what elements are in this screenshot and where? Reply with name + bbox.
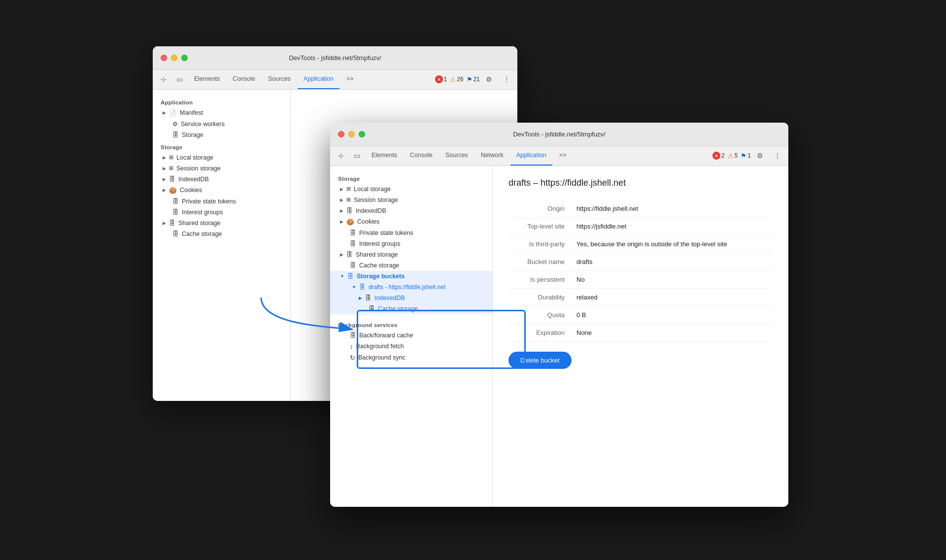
sidebar-item-cachestorage-front[interactable]: 🗄 Cache storage xyxy=(330,260,492,271)
sidebar-item-idb-front[interactable]: ▶ 🗄 IndexedDB xyxy=(330,205,492,216)
sb-label-front: Storage buckets xyxy=(357,273,405,280)
tab-console-back[interactable]: Console xyxy=(227,69,261,89)
sidebar-item-cachestorage-back[interactable]: 🗄 Cache storage xyxy=(153,229,290,239)
sidebar-item-cookies-front[interactable]: ▶ 🍪 Cookies xyxy=(330,216,492,228)
settings-icon-front[interactable]: ⚙ xyxy=(753,149,767,163)
storage-icon-back: 🗄 xyxy=(172,132,179,138)
sidebar-item-drafts-idb-front[interactable]: ▶ 🗄 IndexedDB xyxy=(330,293,492,303)
delete-bucket-button[interactable]: Delete bucket xyxy=(508,352,572,369)
front-section-storage: Storage xyxy=(330,172,492,184)
quota-label: Quota xyxy=(508,306,573,324)
shared-icon-back: 🗄 xyxy=(169,220,175,227)
sidebar-item-manifest-back[interactable]: ▶ 📄 Manifest xyxy=(153,107,290,119)
sidebar-item-ss-front[interactable]: ▶ ⊞ Session storage xyxy=(330,195,492,205)
sidebar-item-pst-front[interactable]: 🗄 Private state tokens xyxy=(330,228,492,238)
tab-elements-back[interactable]: Elements xyxy=(188,69,226,89)
tab-application-front[interactable]: Application xyxy=(510,146,552,165)
error-count-back: 1 xyxy=(444,76,447,83)
shared-icon-front: 🗄 xyxy=(346,251,353,258)
tab-sources-front[interactable]: Sources xyxy=(439,146,474,165)
sidebar-item-bgfetch-front[interactable]: ↕ Background fetch xyxy=(330,341,492,352)
scene: DevTools - jsfiddle.net/5tmpfuzv/ ⊹ ▭ El… xyxy=(153,46,793,514)
error-badge-front: ✕ xyxy=(712,152,720,160)
sidebar-item-sessionstorage-back[interactable]: ▶ ⊞ Session storage xyxy=(153,163,290,174)
back-window-title: DevTools - jsfiddle.net/5tmpfuzv/ xyxy=(289,54,381,62)
manifest-label-back: Manifest xyxy=(180,109,203,116)
sidebar-item-bfc-front[interactable]: 🗄 Back/forward cache xyxy=(330,330,492,341)
back-badges: ✕ 1 ⚠ 26 ⚑ 21 xyxy=(435,75,480,83)
sidebar-item-storagebuckets-front[interactable]: ▼ 🗄 Storage buckets xyxy=(330,271,492,282)
expiration-label: Expiration xyxy=(508,324,573,341)
sidebar-item-storage-back[interactable]: 🗄 Storage xyxy=(153,130,290,140)
front-toolbar-right: ⚙ ⋮ xyxy=(753,149,784,163)
table-row-bucketname: Bucket name drafts xyxy=(508,253,773,270)
sw-label-back: Service workers xyxy=(181,121,225,128)
sidebar-item-localstorage-back[interactable]: ▶ ⊞ Local storage xyxy=(153,152,290,163)
thirdparty-value: Yes, because the origin is outside of th… xyxy=(573,235,773,253)
sidebar-item-sharedstorage-front[interactable]: ▶ 🗄 Shared storage xyxy=(330,249,492,260)
chevron-ls-front: ▶ xyxy=(340,187,343,192)
back-tl-yellow[interactable] xyxy=(171,55,177,61)
tab-application-back[interactable]: Application xyxy=(298,69,339,89)
drafts-idb-label-front: IndexedDB xyxy=(374,295,405,301)
sidebar-item-bgsync-front[interactable]: ↻ Background sync xyxy=(330,352,492,363)
bgfetch-icon-front: ↕ xyxy=(350,343,353,350)
bgfetch-label-front: Background fetch xyxy=(356,343,404,350)
sidebar-item-serviceworkers-back[interactable]: ⚙ Service workers xyxy=(153,119,290,130)
device-icon[interactable]: ▭ xyxy=(172,72,186,86)
front-tl-green[interactable] xyxy=(359,131,365,137)
storage-label-back: Storage xyxy=(182,132,203,138)
warn-icon-back: ⚠ xyxy=(450,76,456,83)
back-toolbar: ⊹ ▭ Elements Console Sources Application… xyxy=(153,70,517,90)
front-window-title: DevTools - jsfiddle.net/5tmpfuzv/ xyxy=(513,131,605,138)
sidebar-item-pst-back[interactable]: 🗄 Private state tokens xyxy=(153,196,290,207)
bucketname-value: drafts xyxy=(573,253,773,270)
sidebar-item-drafts-front[interactable]: ▼ 🗄 drafts - https://fiddle.jshell.net xyxy=(330,282,492,293)
front-tl-red[interactable] xyxy=(338,131,344,137)
tab-console-front[interactable]: Console xyxy=(404,146,439,165)
sidebar-item-cookies-back[interactable]: ▶ 🍪 Cookies xyxy=(153,185,290,196)
sidebar-item-ls-front[interactable]: ▶ ⊞ Local storage xyxy=(330,184,492,195)
settings-icon-back[interactable]: ⚙ xyxy=(482,72,496,86)
ls-icon-back: ⊞ xyxy=(169,154,173,161)
back-toolbar-right: ⚙ ⋮ xyxy=(482,72,513,86)
sidebar-item-indexeddb-back[interactable]: ▶ 🗄 IndexedDB xyxy=(153,174,290,185)
persistent-label: Is persistent xyxy=(508,270,573,288)
inspect-icon-front[interactable]: ⊹ xyxy=(334,149,348,163)
sidebar-item-ig-back[interactable]: 🗄 Interest groups xyxy=(153,207,290,218)
manifest-icon-back: 📄 xyxy=(169,109,177,117)
sidebar-item-sharedstorage-back[interactable]: ▶ 🗄 Shared storage xyxy=(153,218,290,229)
table-row-durability: Durability relaxed xyxy=(508,288,773,306)
device-icon-front[interactable]: ▭ xyxy=(350,149,364,163)
ss-icon-front: ⊞ xyxy=(346,197,351,203)
tab-elements-front[interactable]: Elements xyxy=(366,146,403,165)
bgsync-label-front: Background sync xyxy=(358,354,405,361)
table-row-expiration: Expiration None xyxy=(508,324,773,341)
pst-icon-back: 🗄 xyxy=(172,198,179,205)
sidebar-item-drafts-cache-front[interactable]: 🗄 Cache storage xyxy=(330,303,492,314)
tab-more-back[interactable]: >> xyxy=(340,69,360,89)
back-tl-red[interactable] xyxy=(161,55,167,61)
front-sidebar: Storage ▶ ⊞ Local storage ▶ ⊞ Session st… xyxy=(330,166,493,507)
pst-label-back: Private state tokens xyxy=(182,198,236,205)
tab-network-front[interactable]: Network xyxy=(475,146,509,165)
drafts-icon-front: 🗄 xyxy=(359,284,366,291)
chevron-cookies-front: ▶ xyxy=(340,219,343,224)
tab-more-front[interactable]: >> xyxy=(553,146,573,165)
inspect-icon[interactable]: ⊹ xyxy=(157,72,170,86)
more-icon-front[interactable]: ⋮ xyxy=(771,149,784,163)
chevron-sb-front: ▼ xyxy=(340,274,344,279)
tab-sources-back[interactable]: Sources xyxy=(262,69,297,89)
warn-count-front: 5 xyxy=(735,152,738,159)
table-row-thirdparty: Is third-party Yes, because the origin i… xyxy=(508,235,773,253)
more-icon-back[interactable]: ⋮ xyxy=(500,72,513,86)
cache-label-front: Cache storage xyxy=(359,262,399,269)
origin-label: Origin xyxy=(508,200,573,218)
back-tl-green[interactable] xyxy=(181,55,188,61)
sidebar-item-ig-front[interactable]: 🗄 Interest groups xyxy=(330,238,492,249)
front-tl-yellow[interactable] xyxy=(348,131,355,137)
durability-value: relaxed xyxy=(573,288,773,306)
ls-label-front: Local storage xyxy=(354,186,391,193)
front-traffic-lights xyxy=(338,131,365,137)
chevron-ss-back: ▶ xyxy=(163,166,166,171)
